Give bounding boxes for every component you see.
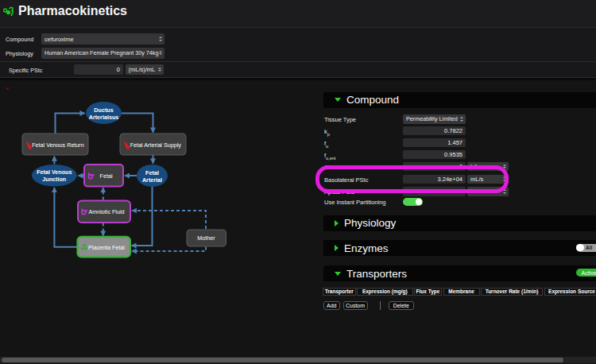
- svg-text:Arterialsus: Arterialsus: [89, 114, 119, 121]
- svg-text:Fetal: Fetal: [100, 172, 113, 180]
- svg-text:Fetal Venous Return: Fetal Venous Return: [32, 141, 84, 149]
- svg-text:Mother: Mother: [197, 234, 215, 242]
- svg-text:Fetal: Fetal: [145, 169, 159, 176]
- svg-text:Placenta Fetal: Placenta Fetal: [88, 244, 125, 251]
- svg-text:Fetal Arterial Supply: Fetal Arterial Supply: [130, 141, 182, 149]
- svg-text:Ductus: Ductus: [94, 106, 113, 114]
- svg-text:Amniotic Fluid: Amniotic Fluid: [88, 208, 124, 215]
- svg-text:Fetal Venous: Fetal Venous: [37, 168, 72, 176]
- svg-text:Arterial: Arterial: [142, 176, 162, 184]
- svg-text:Junction: Junction: [42, 176, 66, 183]
